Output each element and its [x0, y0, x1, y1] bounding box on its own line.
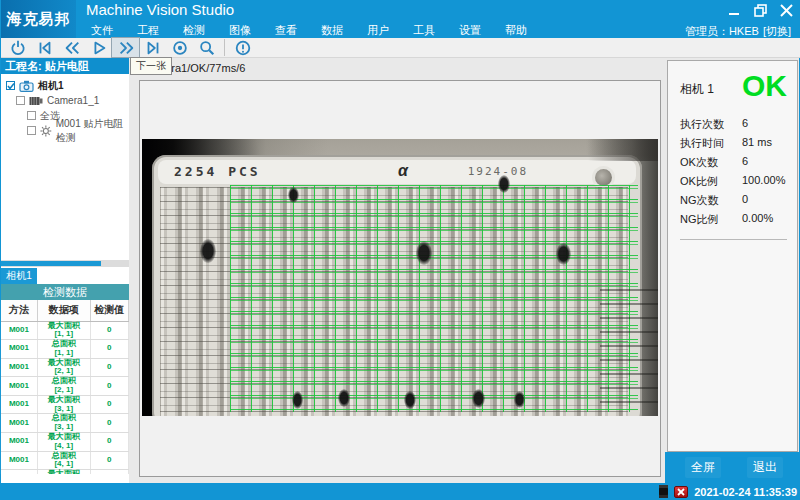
x-icon: [677, 488, 685, 496]
cell-item: 最大面积[4, 1]: [37, 433, 90, 452]
cell-value: 0: [90, 433, 128, 452]
camera1-tab[interactable]: 相机1: [1, 268, 37, 284]
menu-item[interactable]: 设置: [447, 22, 493, 39]
menu-item[interactable]: 数据: [309, 22, 355, 39]
toolbar: [1, 38, 800, 58]
fullscreen-button[interactable]: 全屏: [685, 457, 721, 478]
detection-boxes-overlay: [230, 185, 638, 412]
cell-item: 最大面积[3, 1]: [37, 395, 90, 414]
next-image-button[interactable]: [112, 38, 139, 57]
exit-button[interactable]: 退出: [747, 457, 783, 478]
menu-item[interactable]: 工具: [401, 22, 447, 39]
cell-method: M001: [1, 395, 37, 414]
image-container: 2254 PCS α 1924-08: [139, 80, 661, 477]
tree-item-m001[interactable]: M001 贴片电阻检测: [1, 123, 129, 138]
zoom-button[interactable]: [193, 38, 220, 57]
exclamation-icon: [233, 39, 253, 57]
menu-item[interactable]: 工程: [125, 22, 171, 39]
menu-item[interactable]: 帮助: [493, 22, 539, 39]
background-shadow: [588, 139, 658, 161]
cell-value: 0: [90, 395, 128, 414]
checkbox-unchecked[interactable]: [16, 96, 25, 105]
dark-blob: [416, 241, 432, 265]
table-row[interactable]: M001 最大面积[2, 1] 0: [1, 358, 129, 377]
check-icon: [7, 82, 14, 90]
switch-user-link[interactable]: [切换]: [763, 24, 791, 39]
alert-button[interactable]: [229, 38, 256, 57]
cell-value: 0: [90, 321, 128, 340]
menu-item[interactable]: 用户: [355, 22, 401, 39]
search-icon: [197, 39, 217, 57]
stat-label: 执行时间: [680, 136, 742, 155]
stat-row: NG比例 0.00%: [680, 212, 787, 231]
project-name-header: 工程名: 贴片电阻: [1, 58, 129, 74]
stat-label: 执行次数: [680, 117, 742, 136]
menubar: 文件工程检测图像查看数据用户工具设置帮助: [1, 22, 800, 38]
camera-image[interactable]: 2254 PCS α 1924-08: [142, 139, 658, 416]
stat-value: 81 ms: [742, 136, 772, 155]
cell-method: M001: [1, 414, 37, 433]
checkbox-unchecked[interactable]: [27, 111, 36, 120]
table-row[interactable]: M001 最大面积[5, 1] 0: [1, 470, 129, 474]
dark-blob: [556, 243, 571, 265]
camera-icon: [19, 80, 34, 92]
table-row[interactable]: M001 最大面积[3, 1] 0: [1, 395, 129, 414]
cell-method: M001: [1, 358, 37, 377]
restore-button[interactable]: [751, 3, 769, 18]
table-row[interactable]: M001 总面积[2, 1] 0: [1, 377, 129, 396]
tree-item-camera1-1[interactable]: Camera1_1: [1, 93, 129, 108]
statusbar: 2021-02-24 11:35:39: [1, 483, 800, 500]
stat-label: NG次数: [680, 193, 742, 212]
stat-row: OK比例 100.00%: [680, 174, 787, 193]
tree-item-camera1[interactable]: 相机1: [1, 78, 129, 93]
disconnect-status-icon[interactable]: [674, 486, 688, 498]
tray-hole: [595, 169, 612, 186]
restore-icon: [754, 4, 767, 17]
cell-method: M001: [1, 470, 37, 474]
cell-item: 总面积[3, 1]: [37, 414, 90, 433]
stat-row: OK次数 6: [680, 155, 787, 174]
detect-data-table: 方法 数据项 检测值 M001 最大面积[1, 1] 0: [0, 300, 129, 474]
tray-logo-mark: α: [398, 162, 408, 180]
dark-blob: [498, 175, 510, 193]
table-row[interactable]: M001 总面积[1, 1] 0: [1, 340, 129, 359]
status-timestamp: 2021-02-24 11:35:39: [694, 486, 797, 498]
project-tree: 相机1 Camera1_1 全选: [1, 74, 129, 242]
menu-item[interactable]: 文件: [79, 22, 125, 39]
table-row[interactable]: M001 最大面积[4, 1] 0: [1, 433, 129, 452]
checkbox-unchecked[interactable]: [27, 126, 36, 135]
scrollbar-thumb[interactable]: [1, 261, 101, 266]
stats-panel: 相机 1 OK 执行次数 6 执行时间 81 ms OK次数 6: [667, 60, 798, 452]
table-row[interactable]: M001 总面积[3, 1] 0: [1, 414, 129, 433]
first-image-button[interactable]: [31, 38, 58, 57]
horizontal-scrollbar: [1, 260, 129, 267]
table-row[interactable]: M001 最大面积[1, 1] 0: [1, 321, 129, 340]
run-button[interactable]: [85, 38, 112, 57]
close-icon: [780, 4, 793, 17]
cell-value: 0: [90, 470, 128, 474]
table-row[interactable]: M001 总面积[4, 1] 0: [1, 451, 129, 470]
play-icon: [89, 39, 109, 57]
skip-last-icon: [143, 39, 163, 57]
window-title: Machine Vision Studio: [86, 1, 234, 18]
close-button[interactable]: [777, 3, 795, 18]
menu-item[interactable]: 检测: [171, 22, 217, 39]
stat-value: 100.00%: [742, 174, 785, 193]
stat-value: 0: [742, 193, 748, 212]
capture-button[interactable]: [166, 38, 193, 57]
device-status-icon[interactable]: [659, 485, 668, 498]
menu-item[interactable]: 图像: [217, 22, 263, 39]
cell-item: 总面积[2, 1]: [37, 377, 90, 396]
prev-image-button[interactable]: [58, 38, 85, 57]
power-button[interactable]: [4, 38, 31, 57]
cell-value: 0: [90, 358, 128, 377]
cell-item: 最大面积[1, 1]: [37, 321, 90, 340]
toolbar-separator: [224, 39, 225, 56]
tray-header-band: 2254 PCS α 1924-08: [158, 160, 636, 184]
menu-item[interactable]: 查看: [263, 22, 309, 39]
last-image-button[interactable]: [139, 38, 166, 57]
minimize-button[interactable]: [725, 3, 743, 18]
user-label: 管理员：HKEB: [685, 24, 759, 39]
tooltip-next-image: 下一张: [130, 57, 172, 75]
checkbox-checked[interactable]: [6, 81, 15, 90]
